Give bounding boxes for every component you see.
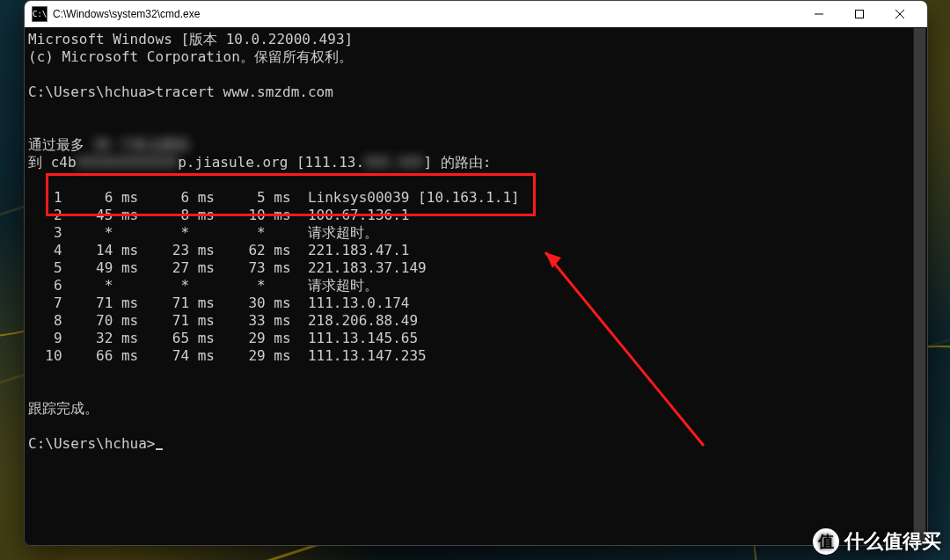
scrollbar-track[interactable] — [913, 28, 926, 544]
trace-header: 通过最多 — [28, 136, 93, 153]
trace-complete: 跟踪完成。 — [28, 400, 99, 417]
prompt: C:\Users\hchua> — [28, 435, 156, 452]
redacted-text: XXXXXXXXXXXX — [77, 154, 179, 171]
watermark-text: 什么值得买 — [844, 528, 941, 555]
prompt: C:\Users\hchua> — [28, 84, 156, 100]
banner-line: Microsoft Windows [版本 10.0.22000.493] — [28, 31, 353, 47]
minimize-button[interactable] — [799, 1, 839, 27]
watermark: 值 什么值得买 — [813, 528, 941, 555]
terminal-output[interactable]: Microsoft Windows [版本 10.0.22000.493] (c… — [25, 27, 927, 545]
scrollbar-thumb[interactable] — [914, 28, 925, 544]
cmd-window: C:\ C:\Windows\system32\cmd.exe Microsof… — [24, 0, 928, 546]
watermark-badge-icon: 值 — [813, 528, 839, 555]
trace-header: 到 c4b — [28, 154, 77, 171]
window-title: C:\Windows\system32\cmd.exe — [53, 8, 200, 20]
redacted-text: XXX.XXX — [364, 154, 423, 171]
cmd-icon: C:\ — [32, 6, 48, 22]
cursor — [156, 448, 163, 450]
maximize-button[interactable] — [839, 1, 880, 27]
window-titlebar[interactable]: C:\ C:\Windows\system32\cmd.exe — [25, 1, 927, 27]
redacted-text: 30 个跃点跟踪 — [93, 136, 189, 154]
svg-rect-1 — [856, 11, 864, 18]
tracert-hops: 1 6 ms 6 ms 5 ms Linksys00039 [10.163.1.… — [28, 189, 520, 364]
command-text: tracert www.smzdm.com — [156, 84, 333, 100]
banner-line: (c) Microsoft Corporation。保留所有权利。 — [28, 48, 353, 65]
close-button[interactable] — [880, 1, 920, 27]
